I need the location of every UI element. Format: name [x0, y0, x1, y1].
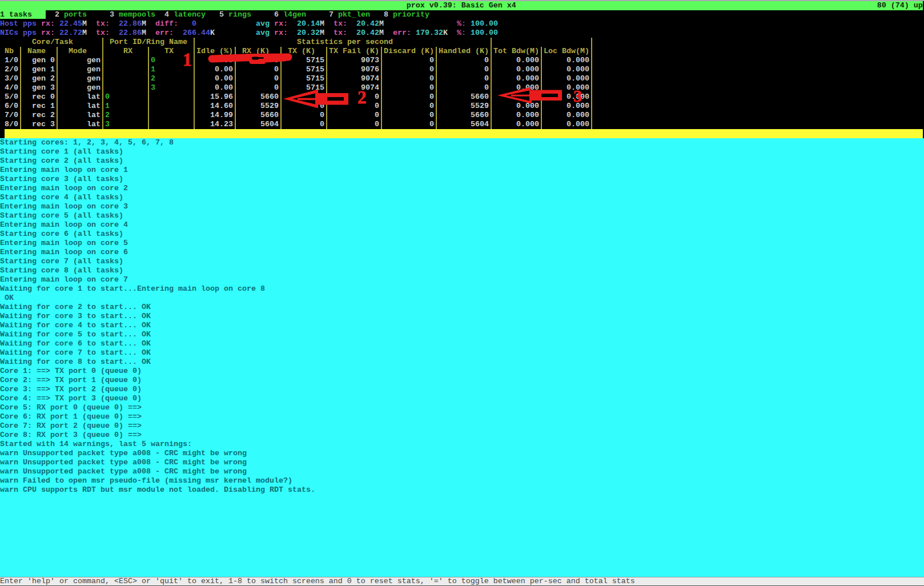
svg-text:1: 1	[183, 50, 192, 70]
svg-text:3: 3	[573, 86, 582, 105]
svg-text:2: 2	[357, 87, 367, 107]
